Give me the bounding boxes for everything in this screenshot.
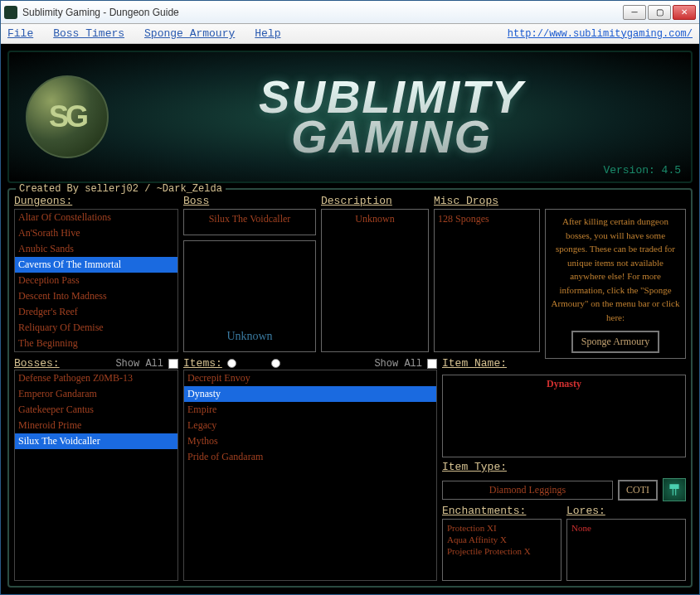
description-box: Unknown [321,209,429,352]
list-item[interactable]: Altar Of Constellations [15,210,177,225]
dungeons-list[interactable]: Altar Of ConstellationsAn'Sorath HiveAnu… [14,209,178,352]
banner-title-line2: GAMING [109,117,674,157]
content-area: SG SUBLIMITY GAMING Version: 4.5 Created… [1,44,699,594]
banner-title: SUBLIMITY GAMING [109,77,674,156]
window-title: Sublimity Gaming - Dungeon Guide [22,7,623,18]
list-item[interactable]: Caverns Of The Immortal [15,257,177,273]
details-col: Item Name: Dynasty Item Type: Diamond Le… [442,357,686,581]
banner: SG SUBLIMITY GAMING Version: 4.5 [7,51,693,183]
enchantment-item: Protection XI [445,522,558,534]
website-link[interactable]: http://www.sublimitygaming.com/ [508,28,693,40]
grid: Dungeons: Altar Of ConstellationsAn'Sora… [14,195,686,581]
list-item[interactable]: Dredger's Reef [15,304,177,320]
items-header: Items: Show All [183,357,437,370]
items-list[interactable]: Decrepit EnvoyDynastyEmpireLegacyMythosP… [183,370,437,581]
enchantment-item: Projectile Protection X [445,545,558,557]
dungeons-label: Dungeons: [14,195,178,207]
bosses-list[interactable]: Defense Pathogen Z0MB-13Emperor Gandaram… [14,370,178,581]
sponge-armoury-button[interactable]: Sponge Armoury [571,331,659,353]
list-item[interactable]: Reliquary Of Demise [15,320,177,336]
items-radio-1[interactable] [227,359,236,368]
item-name-label: Item Name: [442,357,686,370]
menu-file[interactable]: File [7,27,33,40]
list-item[interactable]: Empire [184,402,436,418]
list-item[interactable]: The Rock [15,351,177,352]
list-item[interactable]: Pride of Gandaram [184,449,436,465]
item-icon[interactable] [663,478,686,501]
version-label: Version: 4.5 [603,164,681,177]
list-item[interactable]: An'Sorath Hive [15,225,177,241]
boss-col: Boss Silux The Voidcaller Unknown [183,195,316,352]
items-radio-2[interactable] [271,359,280,368]
list-item[interactable]: The Beginning [15,336,177,351]
item-type-box: Diamond Leggings [442,481,613,500]
items-label: Items: [183,357,222,370]
items-show-all-checkbox[interactable] [427,359,437,369]
enchantments-col: Enchantments: Protection XIAqua Affinity… [442,505,561,581]
boss-image-box: Unknown [183,240,316,352]
list-item[interactable]: Emperor Gandaram [15,386,177,402]
description-col: Description Unknown [321,195,429,352]
dungeons-col: Dungeons: Altar Of ConstellationsAn'Sora… [14,195,178,352]
list-item[interactable]: Deception Pass [15,273,177,288]
lores-list: None [566,519,686,581]
lores-col: Lores: None [566,505,686,581]
close-button[interactable]: ✕ [673,5,696,20]
list-item[interactable]: Defense Pathogen Z0MB-13 [15,370,177,386]
bosses-show-all-checkbox[interactable] [168,359,178,369]
logo-icon: SG [26,75,109,158]
window-controls: ─ ▢ ✕ [623,5,696,20]
titlebar: Sublimity Gaming - Dungeon Guide ─ ▢ ✕ [1,1,699,24]
enchantment-item: Aqua Affinity X [445,534,558,545]
app-icon [4,6,17,19]
info-col: . After killing certain dungeon bosses, … [545,195,686,352]
lores-label: Lores: [566,505,686,517]
list-item[interactable]: Legacy [184,418,436,433]
list-item[interactable]: Decrepit Envoy [184,370,436,386]
list-item[interactable]: Anubic Sands [15,241,177,257]
info-box: After killing certain dungeon bosses, yo… [545,209,686,359]
bosses-header: Bosses: Show All [14,357,178,370]
list-item[interactable]: Dynasty [184,386,436,402]
list-item[interactable]: Gatekeeper Cantus [15,402,177,418]
leggings-icon [667,482,682,497]
item-type-label: Item Type: [442,461,686,473]
ench-lore-row: Enchantments: Protection XIAqua Affinity… [442,505,686,581]
bottom-row: Bosses: Show All Defense Pathogen Z0MB-1… [14,357,686,581]
main-panel: Created By sellerj02 / ~Dark_Zelda Dunge… [7,188,693,588]
list-item[interactable]: Mythos [184,433,436,449]
menu-sponge-armoury[interactable]: Sponge Armoury [144,27,235,40]
maximize-button[interactable]: ▢ [648,5,671,20]
bosses-show-all[interactable]: Show All [115,358,163,370]
list-item[interactable]: Descent Into Madness [15,288,177,304]
lore-item: None [570,522,683,534]
info-text: After killing certain dungeon bosses, yo… [551,215,680,324]
menu-boss-timers[interactable]: Boss Timers [53,27,124,40]
coti-button[interactable]: COTI [618,480,658,501]
enchantments-list: Protection XIAqua Affinity XProjectile P… [442,519,561,581]
description-label: Description [321,195,429,207]
list-item[interactable]: Silux The Voidcaller [15,433,177,449]
menubar: File Boss Timers Sponge Armoury Help htt… [1,24,699,44]
bosses-label: Bosses: [14,357,60,370]
credits-label: Created By sellerj02 / ~Dark_Zelda [16,183,226,195]
item-name-box: Dynasty [442,375,686,457]
boss-label: Boss [183,195,316,207]
boss-name-box: Silux The Voidcaller [183,209,316,235]
menu-help[interactable]: Help [255,27,280,40]
item-type-row: Diamond Leggings COTI [442,478,686,501]
app-window: Sublimity Gaming - Dungeon Guide ─ ▢ ✕ F… [0,0,700,595]
list-item[interactable]: Mineroid Prime [15,418,177,433]
enchantments-label: Enchantments: [442,505,561,517]
misc-drops-box: 128 Sponges [434,209,540,352]
misc-drops-label: Misc Drops [434,195,540,207]
bosses-col: Bosses: Show All Defense Pathogen Z0MB-1… [14,357,178,581]
minimize-button[interactable]: ─ [623,5,646,20]
items-col: Items: Show All Decrepit EnvoyDynastyEmp… [183,357,437,581]
items-show-all[interactable]: Show All [374,358,422,370]
misc-drops-col: Misc Drops 128 Sponges [434,195,540,352]
